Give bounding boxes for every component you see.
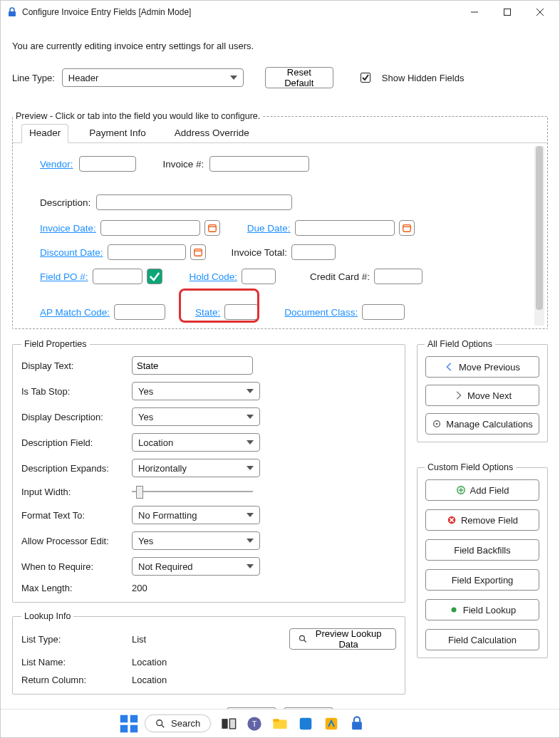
remove-field-button[interactable]: Remove Field xyxy=(425,509,539,531)
fieldpo-label[interactable]: Field PO #: xyxy=(40,271,88,282)
linetype-value: Header xyxy=(68,73,99,83)
preview-body: Vendor: Invoice #: Description: Invoice … xyxy=(13,143,547,328)
tab-address-override[interactable]: Address Override xyxy=(167,124,257,142)
chevron-down-icon xyxy=(247,539,254,543)
chevron-down-icon xyxy=(230,76,237,80)
chevron-down-icon xyxy=(247,513,254,517)
listtype-label: List Type: xyxy=(21,634,132,645)
invoicetotal-input[interactable] xyxy=(291,244,336,260)
move-next-button[interactable]: Move Next xyxy=(425,385,539,406)
vendor-input[interactable] xyxy=(79,156,136,172)
field-calculation-button[interactable]: Field Calculation xyxy=(425,629,539,650)
linetype-select[interactable]: Header xyxy=(62,68,244,87)
chevron-down-icon xyxy=(247,466,254,470)
invoicetotal-label: Invoice Total: xyxy=(232,247,288,258)
intro-text: You are currently editing invoice entry … xyxy=(12,41,548,51)
lookup-info-group: Lookup Info List Type: List Preview Look… xyxy=(12,611,405,695)
docclass-label[interactable]: Document Class: xyxy=(284,307,358,318)
tab-header[interactable]: Header xyxy=(21,124,68,143)
preview-lookup-button[interactable]: Preview Lookup Data xyxy=(289,628,396,650)
svg-rect-0 xyxy=(9,11,16,16)
holdcode-label[interactable]: Hold Code: xyxy=(190,271,238,282)
all-field-options-legend: All Field Options xyxy=(425,339,495,349)
all-field-options-group: All Field Options Move Previous Move Nex… xyxy=(417,339,548,442)
creditcard-input[interactable] xyxy=(374,269,422,284)
invoicedate-label[interactable]: Invoice Date: xyxy=(40,223,96,234)
svg-rect-9 xyxy=(194,249,202,256)
chevron-down-icon xyxy=(247,564,254,568)
displaytext-input[interactable] xyxy=(132,356,253,375)
taskbar: Search T xyxy=(1,709,559,737)
field-lookup-button[interactable]: Field Lookup xyxy=(425,599,539,620)
reset-default-button[interactable]: Reset Default xyxy=(265,67,333,88)
preview-legend: Preview - Click or tab into the field yo… xyxy=(13,111,263,121)
svg-rect-22 xyxy=(120,714,128,722)
maxlen-label: Max Length: xyxy=(21,583,132,593)
displaydesc-select[interactable]: Yes xyxy=(132,407,260,426)
add-field-button[interactable]: Add Field xyxy=(425,479,539,501)
taskbar-explorer-icon[interactable] xyxy=(272,716,288,732)
maximize-button[interactable] xyxy=(491,1,524,24)
preview-tabs: Header Payment Info Address Override xyxy=(13,121,547,143)
displaydesc-label: Display Description: xyxy=(21,412,132,422)
minimize-button[interactable] xyxy=(458,1,491,24)
field-backfills-button[interactable]: Field Backfills xyxy=(425,539,539,561)
description-input[interactable] xyxy=(96,194,292,210)
taskbar-taskview-icon[interactable] xyxy=(221,716,237,732)
formattext-select[interactable]: No Formatting xyxy=(132,506,260,524)
chevron-down-icon xyxy=(247,440,254,445)
listname-label: List Name: xyxy=(21,657,132,667)
start-button[interactable] xyxy=(119,714,139,734)
whenreq-select[interactable]: Not Required xyxy=(132,557,260,576)
docclass-input[interactable] xyxy=(362,304,405,320)
istabstop-select[interactable]: Yes xyxy=(132,382,260,400)
svg-rect-28 xyxy=(222,719,228,729)
invoiceno-label: Invoice #: xyxy=(163,159,204,170)
discountdate-input[interactable] xyxy=(108,244,186,260)
descfield-select[interactable]: Location xyxy=(132,433,260,452)
taskbar-app2-icon[interactable] xyxy=(323,716,339,732)
custom-field-options-legend: Custom Field Options xyxy=(425,462,516,472)
invoicedate-calendar-icon[interactable] xyxy=(204,220,220,236)
fieldpo-check-icon[interactable] xyxy=(147,269,162,284)
returncol-label: Return Column: xyxy=(21,675,132,685)
holdcode-input[interactable] xyxy=(242,269,276,284)
description-label: Description: xyxy=(40,197,90,208)
invoiceno-input[interactable] xyxy=(209,156,309,172)
descexpands-select[interactable]: Horizontally xyxy=(132,459,260,477)
taskbar-app3-icon[interactable] xyxy=(349,716,365,732)
preview-group: Preview - Click or tab into the field yo… xyxy=(12,111,548,329)
taskbar-app1-icon[interactable] xyxy=(298,716,313,732)
field-properties-legend: Field Properties xyxy=(21,339,90,349)
duedate-input[interactable] xyxy=(295,220,395,236)
field-exporting-button[interactable]: Field Exporting xyxy=(425,569,539,591)
svg-point-21 xyxy=(451,608,456,613)
preview-scrollbar[interactable] xyxy=(534,146,544,326)
tab-payment-info[interactable]: Payment Info xyxy=(81,124,154,142)
apmatch-input[interactable] xyxy=(114,304,165,320)
creditcard-label: Credit Card #: xyxy=(310,271,370,282)
apmatch-label[interactable]: AP Match Code: xyxy=(40,307,110,318)
vendor-label[interactable]: Vendor: xyxy=(40,159,73,170)
listname-value: Location xyxy=(132,657,289,667)
taskbar-search[interactable]: Search xyxy=(145,714,211,732)
inputwidth-label: Input Width: xyxy=(21,487,132,497)
app-window: Configure Invoice Entry Fields [Admin Mo… xyxy=(0,0,560,738)
show-hidden-checkbox[interactable] xyxy=(361,73,370,83)
duedate-label[interactable]: Due Date: xyxy=(247,223,291,234)
chevron-down-icon xyxy=(247,389,254,393)
descexpands-label: Description Expands: xyxy=(21,463,132,474)
allowproc-select[interactable]: Yes xyxy=(132,531,260,550)
manage-calculations-button[interactable]: Manage Calculations xyxy=(425,413,539,435)
svg-rect-36 xyxy=(352,722,362,729)
move-previous-button[interactable]: Move Previous xyxy=(425,356,539,378)
fieldpo-input[interactable] xyxy=(93,269,142,284)
discountdate-calendar-icon[interactable] xyxy=(190,244,206,260)
invoicedate-input[interactable] xyxy=(100,220,200,236)
duedate-calendar-icon[interactable] xyxy=(399,220,415,236)
lock-icon xyxy=(6,6,18,18)
inputwidth-slider[interactable] xyxy=(132,484,253,499)
discountdate-label[interactable]: Discount Date: xyxy=(40,247,103,258)
close-button[interactable] xyxy=(524,1,556,24)
taskbar-teams-icon[interactable]: T xyxy=(247,716,262,732)
